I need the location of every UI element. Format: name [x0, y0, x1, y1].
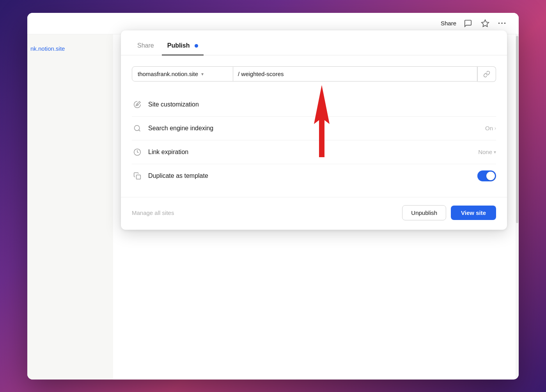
scrollbar-thumb: [516, 36, 518, 223]
link-expiration-value: None ▾: [478, 149, 496, 155]
settings-item-search-engine[interactable]: Search engine indexing On ›: [132, 117, 496, 140]
settings-item-duplicate-template[interactable]: Duplicate as template: [132, 164, 496, 188]
app-window: Share ··· nk.notion.site Share Publish: [27, 13, 519, 380]
copy-link-button[interactable]: [477, 66, 496, 82]
comment-icon[interactable]: [463, 18, 473, 29]
search-engine-label: Search engine indexing: [148, 125, 485, 132]
more-icon[interactable]: ···: [497, 18, 508, 29]
domain-select[interactable]: thomasfrank.notion.site ▾: [132, 66, 233, 82]
tab-publish[interactable]: Publish: [162, 38, 204, 55]
domain-chevron-icon: ▾: [201, 71, 204, 77]
left-panel-text: nk.notion.site: [27, 44, 65, 52]
svg-point-1: [135, 125, 140, 130]
unpublish-button[interactable]: Unpublish: [402, 205, 446, 220]
svg-marker-0: [482, 20, 489, 26]
svg-line-2: [139, 129, 140, 131]
settings-list: Site customization Search engine indexin…: [132, 93, 496, 188]
duplicate-settings-icon: [132, 170, 143, 181]
search-settings-icon: [132, 123, 143, 134]
tab-share[interactable]: Share: [132, 38, 160, 55]
paintbrush-icon: [132, 99, 143, 110]
toggle-knob: [486, 172, 495, 180]
link-expiration-chevron-icon: ▾: [494, 149, 496, 155]
share-label: Share: [441, 20, 456, 27]
duplicate-template-toggle[interactable]: [477, 170, 496, 181]
link-expiration-label: Link expiration: [148, 149, 478, 156]
settings-item-link-expiration[interactable]: Link expiration None ▾: [132, 140, 496, 164]
svg-rect-4: [136, 175, 141, 179]
left-panel: nk.notion.site: [27, 34, 113, 380]
publish-dialog: Share Publish thomasfrank.notion.site ▾ …: [121, 30, 507, 230]
view-site-button[interactable]: View site: [451, 206, 496, 220]
search-engine-value: On ›: [485, 125, 496, 131]
dialog-footer: Manage all sites Unpublish View site: [121, 197, 507, 230]
site-customization-label: Site customization: [148, 101, 496, 108]
star-icon[interactable]: [480, 18, 491, 29]
url-slug[interactable]: / weighted-scores: [233, 66, 477, 82]
dialog-body: thomasfrank.notion.site ▾ / weighted-sco…: [121, 55, 507, 197]
url-row: thomasfrank.notion.site ▾ / weighted-sco…: [132, 66, 496, 82]
settings-item-site-customization[interactable]: Site customization: [132, 93, 496, 117]
clock-settings-icon: [132, 147, 143, 158]
duplicate-template-label: Duplicate as template: [148, 172, 477, 179]
search-engine-arrow-icon: ›: [495, 126, 496, 131]
scrollbar[interactable]: [516, 34, 519, 380]
manage-all-sites-link[interactable]: Manage all sites: [132, 209, 397, 216]
publish-active-dot: [195, 44, 198, 48]
dialog-tabs: Share Publish: [121, 30, 507, 55]
